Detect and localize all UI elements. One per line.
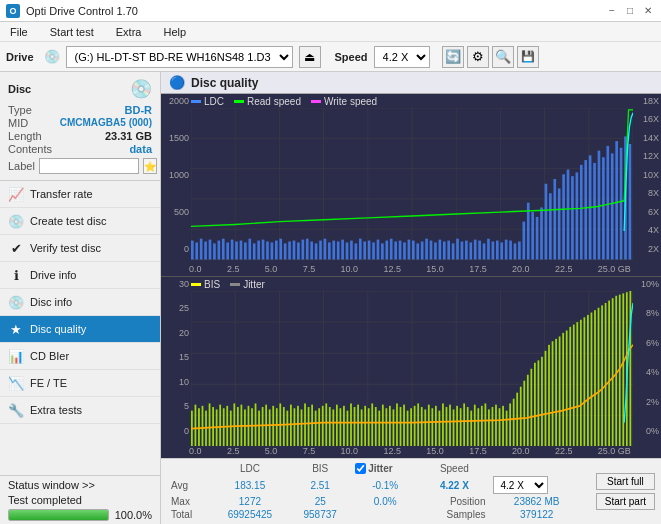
svg-rect-103 bbox=[571, 176, 574, 259]
sidebar-item-disc-info[interactable]: 💿 Disc info bbox=[0, 289, 160, 316]
write-speed-label: Write speed bbox=[324, 96, 377, 107]
svg-rect-109 bbox=[598, 151, 601, 260]
create-test-disc-label: Create test disc bbox=[30, 215, 106, 227]
svg-rect-256 bbox=[622, 293, 624, 446]
svg-rect-203 bbox=[435, 405, 437, 446]
svg-rect-17 bbox=[191, 241, 194, 260]
svg-rect-216 bbox=[481, 405, 483, 446]
ldc-color bbox=[191, 100, 201, 103]
verify-test-disc-label: Verify test disc bbox=[30, 242, 101, 254]
sidebar-item-extra-tests[interactable]: 🔧 Extra tests bbox=[0, 397, 160, 424]
svg-rect-39 bbox=[288, 242, 291, 260]
close-button[interactable]: ✕ bbox=[641, 4, 655, 18]
cd-bier-icon: 📊 bbox=[8, 348, 24, 364]
svg-rect-205 bbox=[442, 403, 444, 446]
svg-rect-40 bbox=[293, 241, 296, 260]
bis-color bbox=[191, 283, 201, 286]
fe-te-label: FE / TE bbox=[30, 377, 67, 389]
avg-label: Avg bbox=[167, 475, 211, 495]
total-label: Total bbox=[167, 508, 211, 521]
max-ldc: 1272 bbox=[211, 495, 290, 508]
sidebar-item-transfer-rate[interactable]: 📈 Transfer rate bbox=[0, 181, 160, 208]
svg-rect-222 bbox=[502, 405, 504, 446]
eject-button[interactable]: ⏏ bbox=[299, 46, 321, 68]
verify-test-disc-icon: ✔ bbox=[8, 240, 24, 256]
total-bis: 958737 bbox=[289, 508, 351, 521]
stats-col-ldc: LDC bbox=[211, 462, 290, 475]
stats-col-speed: Speed bbox=[419, 462, 489, 475]
jitter-label: Jitter bbox=[243, 279, 265, 290]
svg-rect-225 bbox=[513, 398, 515, 446]
drive-bar: Drive 💿 (G:) HL-DT-ST BD-RE WH16NS48 1.D… bbox=[0, 42, 661, 72]
progress-bar-fill bbox=[9, 510, 108, 520]
svg-rect-32 bbox=[257, 241, 260, 260]
svg-rect-44 bbox=[310, 242, 313, 260]
svg-rect-45 bbox=[315, 243, 318, 259]
minimize-button[interactable]: − bbox=[605, 4, 619, 18]
maximize-button[interactable]: □ bbox=[623, 4, 637, 18]
speed-select[interactable]: 4.2 X 2.4 X 8.0 X MAX bbox=[374, 46, 430, 68]
refresh-button[interactable]: 🔄 bbox=[442, 46, 464, 68]
svg-rect-233 bbox=[541, 356, 543, 446]
sidebar-item-disc-quality[interactable]: ★ Disc quality bbox=[0, 316, 160, 343]
stats-table: LDC BIS Jitter Speed A bbox=[167, 462, 584, 521]
scan-button[interactable]: 🔍 bbox=[492, 46, 514, 68]
save-button[interactable]: 💾 bbox=[517, 46, 539, 68]
svg-rect-46 bbox=[319, 241, 322, 260]
lower-y-axis-right: 10% 8% 6% 4% 2% 0% bbox=[633, 277, 661, 439]
label-input[interactable] bbox=[39, 158, 139, 174]
status-window-button[interactable]: Status window >> bbox=[8, 479, 152, 491]
menu-help[interactable]: Help bbox=[157, 24, 192, 40]
svg-rect-199 bbox=[421, 407, 423, 446]
svg-rect-202 bbox=[431, 408, 433, 446]
label-browse-button[interactable]: ⭐ bbox=[143, 158, 157, 174]
svg-rect-82 bbox=[478, 241, 481, 260]
progress-bar-bg bbox=[8, 509, 109, 521]
svg-rect-37 bbox=[279, 239, 282, 260]
svg-rect-49 bbox=[332, 241, 335, 260]
svg-rect-236 bbox=[552, 341, 554, 446]
svg-rect-137 bbox=[202, 405, 204, 446]
svg-rect-228 bbox=[523, 380, 525, 446]
svg-rect-158 bbox=[276, 408, 278, 446]
svg-rect-100 bbox=[558, 188, 561, 259]
svg-rect-237 bbox=[555, 338, 557, 446]
disc-type-row: Type BD-R bbox=[8, 104, 152, 116]
drive-select[interactable]: (G:) HL-DT-ST BD-RE WH16NS48 1.D3 bbox=[66, 46, 293, 68]
svg-rect-35 bbox=[271, 242, 274, 259]
progress-row: 100.0% bbox=[8, 509, 152, 521]
mid-label: MID bbox=[8, 117, 28, 129]
svg-rect-116 bbox=[629, 144, 632, 260]
sidebar-item-create-test-disc[interactable]: 💿 Create test disc bbox=[0, 208, 160, 235]
settings-button[interactable]: ⚙ bbox=[467, 46, 489, 68]
menu-extra[interactable]: Extra bbox=[110, 24, 148, 40]
svg-rect-165 bbox=[301, 409, 303, 446]
svg-rect-169 bbox=[315, 410, 317, 446]
stats-col-empty bbox=[167, 462, 211, 475]
menu-start-test[interactable]: Start test bbox=[44, 24, 100, 40]
svg-rect-218 bbox=[488, 409, 490, 446]
sidebar: Disc 💿 Type BD-R MID CMCMAGBA5 (000) Len… bbox=[0, 72, 161, 524]
sidebar-item-verify-test-disc[interactable]: ✔ Verify test disc bbox=[0, 235, 160, 262]
svg-rect-146 bbox=[233, 403, 235, 446]
svg-rect-83 bbox=[483, 243, 486, 259]
svg-rect-184 bbox=[368, 408, 370, 446]
jitter-checkbox[interactable] bbox=[355, 463, 366, 474]
speed-select-small[interactable]: 4.2 X 2.4 X MAX bbox=[493, 476, 548, 494]
sidebar-item-fe-te[interactable]: 📉 FE / TE bbox=[0, 370, 160, 397]
svg-rect-22 bbox=[213, 243, 216, 259]
svg-rect-229 bbox=[527, 374, 529, 446]
svg-rect-70 bbox=[425, 239, 428, 260]
start-full-button[interactable]: Start full bbox=[596, 473, 655, 490]
total-jitter-empty bbox=[351, 508, 419, 521]
nav-section: 📈 Transfer rate 💿 Create test disc ✔ Ver… bbox=[0, 181, 160, 475]
sidebar-item-drive-info[interactable]: ℹ Drive info bbox=[0, 262, 160, 289]
start-part-button[interactable]: Start part bbox=[596, 493, 655, 510]
sidebar-item-cd-bier[interactable]: 📊 CD BIer bbox=[0, 343, 160, 370]
svg-rect-249 bbox=[598, 307, 600, 446]
contents-value: data bbox=[129, 143, 152, 155]
svg-rect-189 bbox=[385, 408, 387, 446]
svg-rect-145 bbox=[230, 410, 232, 446]
menu-file[interactable]: File bbox=[4, 24, 34, 40]
svg-rect-105 bbox=[580, 165, 583, 260]
